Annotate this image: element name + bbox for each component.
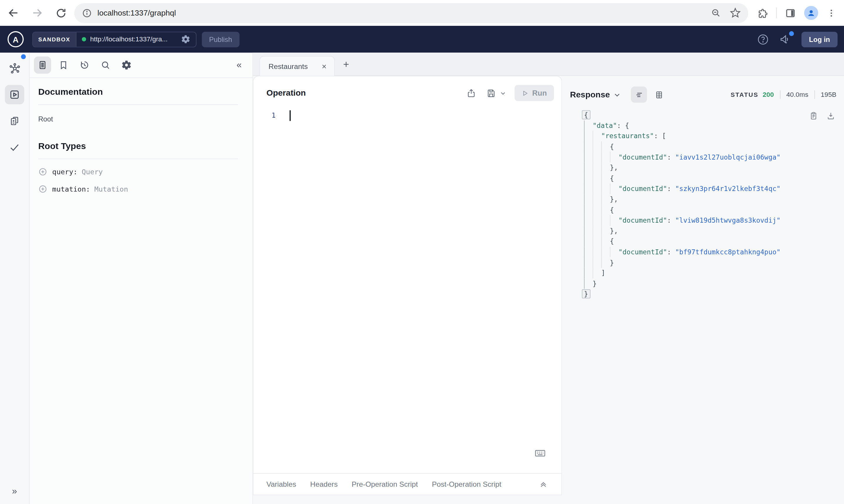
response-table-view-icon[interactable] [651,87,667,103]
operation-title: Operation [266,88,459,98]
save-operation-group[interactable] [484,86,506,100]
apollo-sandbox-app: localhost:1337/graphql A [0,0,844,504]
copy-response-icon[interactable] [809,111,818,120]
tab-pre-operation-script[interactable]: Pre-Operation Script [351,480,418,488]
history-tab-icon[interactable] [76,56,93,74]
endpoint-url[interactable]: http://localhost:1337/gra... [90,36,176,43]
browser-menu-icon[interactable] [826,8,837,18]
sidebar-item-operations[interactable] [5,85,24,105]
response-dropdown-chevron-icon[interactable] [614,91,621,98]
close-tab-icon[interactable]: × [322,62,327,70]
search-docs-icon[interactable] [97,56,114,74]
add-mutation-icon[interactable] [38,184,47,194]
tab-variables[interactable]: Variables [266,480,296,488]
browser-toolbar: localhost:1337/graphql [0,0,844,26]
save-operation-icon[interactable] [484,86,498,100]
schema-update-dot [21,54,25,59]
response-panel: Response STATUS 200 [562,76,844,504]
sandbox-badge: SANDBOX [33,32,76,46]
divider [780,90,780,99]
announcements-megaphone-icon[interactable] [779,33,792,46]
tab-headers[interactable]: Headers [310,480,338,488]
response-json-line: }, [584,162,844,173]
response-raw-view-icon[interactable] [631,87,647,103]
response-json-line: { [584,236,844,247]
bookmark-star-icon[interactable] [730,7,741,18]
response-json-line: "documentId": "bf97tfdumkcc8ptahkng4puo" [584,247,844,257]
docs-toolbar: « [30,53,253,78]
endpoint-input[interactable]: http://localhost:1337/gra... [76,32,195,46]
zoom-out-icon[interactable] [710,7,721,18]
query-field-label[interactable]: query: [52,168,77,176]
editor-line-number: 1 [254,110,275,121]
download-response-icon[interactable] [826,111,836,120]
login-button[interactable]: Log in [802,31,838,47]
browser-back-icon[interactable] [6,6,20,20]
docs-title: Documentation [38,87,238,97]
publish-button[interactable]: Publish [202,31,239,47]
save-dropdown-chevron-icon[interactable] [500,90,506,96]
operation-footer-tabs: Variables Headers Pre-Operation Script P… [253,473,562,495]
response-json[interactable]: {"data": {"restaurants": [{"documentId":… [584,110,844,299]
settings-tab-icon[interactable] [118,56,135,74]
sidebar-item-checks[interactable] [5,138,24,157]
keyboard-shortcuts-icon[interactable] [534,447,546,459]
operation-editor-card: Operation [253,76,562,473]
share-operation-icon[interactable] [464,86,478,100]
response-time: 40.0ms [786,91,808,98]
bookmarks-tab-icon[interactable] [55,56,72,74]
docs-root-link[interactable]: Root [38,115,238,123]
mutation-type-link[interactable]: Mutation [94,185,128,193]
address-url[interactable]: localhost:1337/graphql [98,8,711,17]
tab-post-operation-script[interactable]: Post-Operation Script [432,480,502,488]
notification-dot [789,31,794,36]
response-json-line: { [584,173,844,183]
run-button[interactable]: Run [515,85,554,101]
response-json-line: ] [584,268,844,278]
divider [38,105,238,105]
apollo-header: A SANDBOX http://localhost:1337/gra... P… [0,26,844,53]
status-code: 200 [763,91,774,98]
tab-label[interactable]: Restaurants [269,62,308,70]
response-json-line: { [584,141,844,152]
site-info-icon[interactable] [82,8,92,18]
browser-address-bar[interactable]: localhost:1337/graphql [74,3,748,23]
browser-profile-avatar[interactable] [804,6,818,20]
sidebar-item-collections[interactable] [5,111,24,130]
documentation-tab-icon[interactable] [34,56,51,74]
collapse-panel-icon[interactable] [539,480,547,488]
documentation-panel: « Documentation Root Root Types query: Q… [30,53,253,504]
help-icon[interactable] [757,33,769,46]
expand-rail-icon[interactable]: » [0,486,29,497]
endpoint-settings-gear-icon[interactable] [180,34,190,44]
response-json-line: { [584,204,844,215]
workspace: Restaurants × + Operation [253,53,844,504]
collapse-docs-icon[interactable]: « [234,59,245,70]
response-json-line: "documentId": "iavv1s2l27uoblqcjai06wga" [584,152,844,163]
side-panel-icon[interactable] [785,7,796,18]
status-label: STATUS [731,92,758,98]
tab-restaurants[interactable]: Restaurants × [259,56,334,76]
response-json-line: "documentId": "szkyn3pr64r1v2lkebf3t4qc" [584,183,844,194]
operation-tabstrip: Restaurants × + [253,53,844,76]
new-tab-icon[interactable]: + [343,59,349,70]
mutation-field-label[interactable]: mutation: [52,185,90,193]
operation-editor[interactable]: 1 [254,110,561,473]
root-type-query-row[interactable]: query: Query [38,167,238,176]
browser-forward-icon[interactable] [30,6,44,20]
response-json-line: }, [584,194,844,204]
add-query-icon[interactable] [38,167,47,176]
root-types-title: Root Types [38,141,238,151]
apollo-logo[interactable]: A [7,31,24,47]
response-json-line: "documentId": "lviw819d5htwvga8s3kovdij" [584,215,844,226]
sidebar-item-schema[interactable] [5,59,24,78]
response-json-line: "data": { [584,120,844,131]
root-type-mutation-row[interactable]: mutation: Mutation [38,184,238,194]
browser-reload-icon[interactable] [54,6,68,20]
response-json-line: { [584,110,844,120]
connection-status-dot [82,37,86,41]
query-type-link[interactable]: Query [82,168,103,176]
endpoint-group: SANDBOX http://localhost:1337/gra... [32,31,196,47]
toolbar-divider [776,7,777,18]
extensions-icon[interactable] [757,7,768,18]
